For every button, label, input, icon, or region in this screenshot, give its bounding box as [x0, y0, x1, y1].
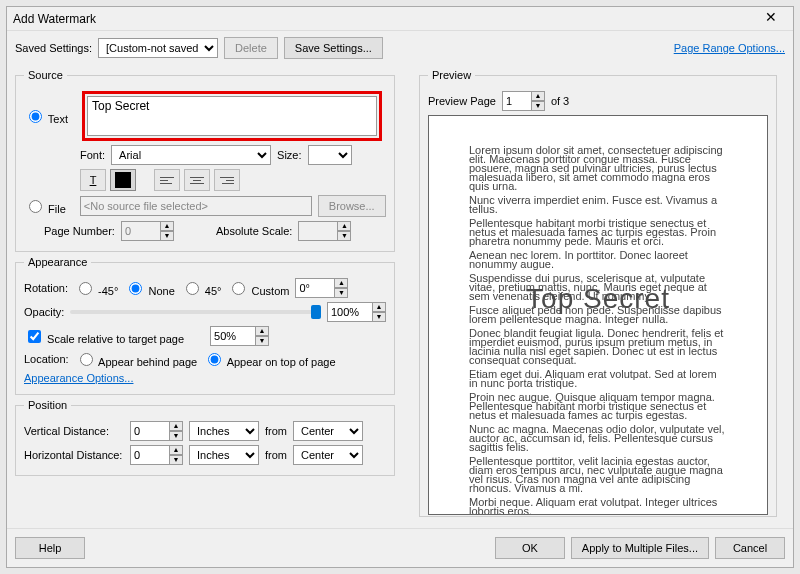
size-select[interactable]: [308, 145, 352, 165]
add-watermark-dialog: Add Watermark ✕ Saved Settings: [Custom-…: [6, 6, 794, 568]
opacity-label: Opacity:: [24, 306, 64, 318]
location-top-radio[interactable]: Appear on top of page: [203, 350, 335, 368]
vd-unit-select[interactable]: Inches: [189, 421, 259, 441]
size-label: Size:: [277, 149, 301, 161]
preview-page-label: Preview Page: [428, 95, 496, 107]
hd-unit-select[interactable]: Inches: [189, 445, 259, 465]
location-label: Location:: [24, 353, 69, 365]
rotation-none-radio[interactable]: None: [124, 279, 174, 297]
vd-spinner[interactable]: ▲▼: [169, 421, 183, 441]
font-select[interactable]: Arial: [111, 145, 271, 165]
vertical-distance-input[interactable]: [130, 421, 170, 441]
rotation-label: Rotation:: [24, 282, 68, 294]
horizontal-distance-label: Horizontal Distance:: [24, 449, 124, 461]
position-legend: Position: [24, 399, 71, 411]
preview-of-label: of 3: [551, 95, 569, 107]
scale-relative-checkbox[interactable]: Scale relative to target page: [24, 327, 184, 346]
cancel-button[interactable]: Cancel: [715, 537, 785, 559]
scale-input[interactable]: [210, 326, 256, 346]
absolute-scale-spinner[interactable]: ▲▼: [337, 221, 351, 241]
page-number-label: Page Number:: [44, 225, 115, 237]
page-range-options-link[interactable]: Page Range Options...: [674, 42, 785, 54]
browse-button[interactable]: Browse...: [318, 195, 386, 217]
page-number-spinner[interactable]: ▲▼: [160, 221, 174, 241]
location-behind-radio[interactable]: Appear behind page: [75, 350, 198, 368]
save-settings-button[interactable]: Save Settings...: [284, 37, 383, 59]
saved-settings-label: Saved Settings:: [15, 42, 92, 54]
source-legend: Source: [24, 69, 67, 81]
close-icon[interactable]: ✕: [755, 9, 787, 29]
vertical-distance-label: Vertical Distance:: [24, 425, 124, 437]
file-path-input[interactable]: [80, 196, 312, 216]
titlebar: Add Watermark ✕: [7, 7, 793, 31]
top-row: Saved Settings: [Custom-not saved] Delet…: [7, 31, 793, 65]
delete-button[interactable]: Delete: [224, 37, 278, 59]
vd-from-label: from: [265, 425, 287, 437]
align-left-icon[interactable]: [154, 169, 180, 191]
opacity-spinner[interactable]: ▲▼: [372, 302, 386, 322]
preview-fieldset: Preview Preview Page ▲▼ of 3 Lorem ipsum…: [419, 69, 777, 517]
saved-settings-select[interactable]: [Custom-not saved]: [98, 38, 218, 58]
align-right-icon[interactable]: [214, 169, 240, 191]
preview-page-spinner[interactable]: ▲▼: [531, 91, 545, 111]
page-number-input[interactable]: [121, 221, 161, 241]
apply-multiple-button[interactable]: Apply to Multiple Files...: [571, 537, 709, 559]
opacity-input[interactable]: [327, 302, 373, 322]
ok-button[interactable]: OK: [495, 537, 565, 559]
absolute-scale-label: Absolute Scale:: [216, 225, 292, 237]
hd-from-label: from: [265, 449, 287, 461]
horizontal-distance-input[interactable]: [130, 445, 170, 465]
hd-from-select[interactable]: Center: [293, 445, 363, 465]
opacity-slider[interactable]: [70, 310, 321, 314]
button-bar: Help OK Apply to Multiple Files... Cance…: [7, 528, 793, 567]
scale-spinner[interactable]: ▲▼: [255, 326, 269, 346]
rotation-45-radio[interactable]: 45°: [181, 279, 222, 297]
appearance-fieldset: Appearance Rotation: -45° None 45° Custo…: [15, 256, 395, 395]
dialog-title: Add Watermark: [13, 12, 755, 26]
preview-canvas: Lorem ipsum dolor sit amet, consectetuer…: [428, 115, 768, 515]
appearance-legend: Appearance: [24, 256, 91, 268]
appearance-options-link[interactable]: Appearance Options...: [24, 372, 133, 384]
rotation-custom-input[interactable]: [295, 278, 335, 298]
font-color-icon[interactable]: [110, 169, 136, 191]
rotation-custom-radio[interactable]: Custom: [227, 279, 289, 297]
preview-legend: Preview: [428, 69, 475, 81]
position-fieldset: Position Vertical Distance: ▲▼ Inches fr…: [15, 399, 395, 476]
source-fieldset: Source Text Top Secret Font: Arial Size:…: [15, 69, 395, 252]
rotation-neg45-radio[interactable]: -45°: [74, 279, 118, 297]
underline-icon[interactable]: T: [80, 169, 106, 191]
font-label: Font:: [80, 149, 105, 161]
watermark-preview-text: Top Secret: [429, 283, 767, 315]
absolute-scale-input[interactable]: [298, 221, 338, 241]
preview-lorem-text: Lorem ipsum dolor sit amet, consectetuer…: [469, 146, 727, 515]
file-radio[interactable]: File: [24, 197, 66, 215]
vd-from-select[interactable]: Center: [293, 421, 363, 441]
watermark-text-input[interactable]: Top Secret: [87, 96, 377, 136]
rotation-spinner[interactable]: ▲▼: [334, 278, 348, 298]
align-center-icon[interactable]: [184, 169, 210, 191]
text-radio[interactable]: Text: [24, 107, 68, 125]
hd-spinner[interactable]: ▲▼: [169, 445, 183, 465]
help-button[interactable]: Help: [15, 537, 85, 559]
preview-page-input[interactable]: [502, 91, 532, 111]
